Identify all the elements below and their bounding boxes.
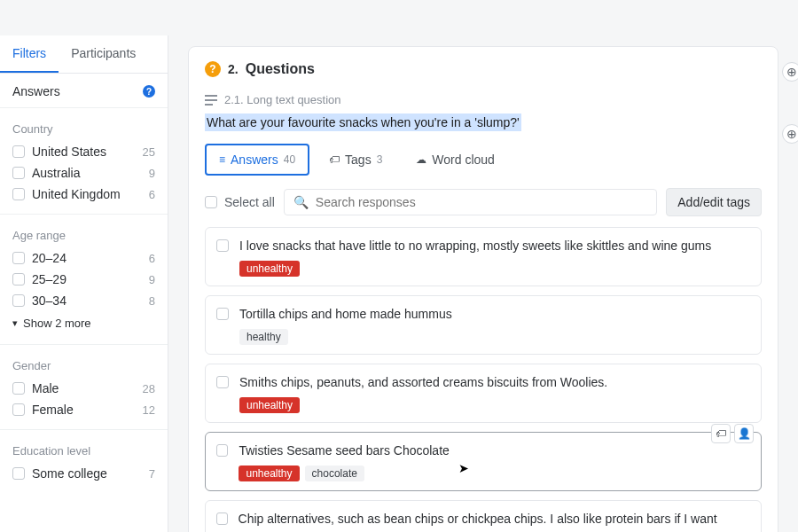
tag-chip[interactable]: unhealthy	[239, 261, 300, 277]
question-text[interactable]: What are your favourite snacks when you'…	[205, 113, 521, 131]
filter-count: 9	[149, 167, 155, 180]
subtab-label: Tags	[345, 153, 372, 167]
add-section-button[interactable]: ⊕	[782, 62, 798, 82]
tab-participants[interactable]: Participants	[59, 35, 148, 73]
subtab-count: 3	[377, 153, 383, 166]
checkbox-icon[interactable]	[12, 167, 25, 179]
checkbox-icon[interactable]	[216, 308, 229, 320]
filter-label: Australia	[32, 166, 80, 180]
checkbox-icon[interactable]	[12, 188, 25, 200]
question-icon: ?	[205, 61, 221, 77]
filter-group-education: Education level Some college 7	[0, 429, 168, 493]
checkbox-icon[interactable]	[216, 512, 228, 525]
filter-count: 25	[143, 145, 155, 159]
row-hover-controls: 🏷 👤	[711, 424, 754, 443]
subtab-tags[interactable]: 🏷 Tags 3	[315, 144, 396, 176]
checkbox-icon[interactable]	[12, 403, 25, 416]
chevron-down-icon: ▾	[12, 317, 18, 329]
filter-title-age: Age range	[0, 222, 168, 247]
filter-label: 25–29	[32, 272, 66, 286]
filter-item-gender-0[interactable]: Male 28	[0, 378, 168, 399]
filter-label: United Kingdom	[32, 187, 121, 201]
answers-heading: Answers	[12, 84, 60, 98]
person-icon: 👤	[738, 427, 751, 440]
filter-label: 20–24	[32, 251, 66, 265]
filter-count: 6	[149, 188, 155, 201]
response-row[interactable]: Chip alternatives, such as bean chips or…	[205, 500, 762, 532]
add-question-button[interactable]: ⊕	[782, 124, 798, 144]
checkbox-icon[interactable]	[216, 444, 228, 457]
response-row[interactable]: I love snacks that have little to no wra…	[205, 227, 762, 286]
checkbox-icon[interactable]	[12, 145, 25, 158]
search-responses[interactable]: 🔍	[284, 189, 657, 215]
main-panel: ⊕ ⊕ ? 2. Questions 2.1. Long text questi…	[168, 35, 798, 532]
checkbox-icon[interactable]	[12, 467, 25, 480]
sidebar-tabs: Filters Participants	[0, 35, 168, 74]
filter-item-country-2[interactable]: United Kingdom 6	[0, 184, 168, 205]
filter-item-country-0[interactable]: United States 25	[0, 141, 168, 162]
filter-label: 30–34	[32, 293, 66, 308]
subtab-answers[interactable]: ≡ Answers 40	[205, 144, 309, 176]
select-all-label: Select all	[224, 195, 275, 209]
subtab-wordcloud[interactable]: ☁ Word cloud	[402, 144, 509, 176]
filter-label: Male	[32, 381, 59, 395]
search-input[interactable]	[316, 195, 647, 209]
filter-item-age-0[interactable]: 20–24 6	[0, 247, 168, 269]
cloud-icon: ☁	[416, 153, 426, 166]
response-text: Chip alternatives, such as bean chips or…	[239, 510, 750, 532]
response-tags: healthy	[239, 329, 452, 345]
filter-title-gender: Gender	[0, 352, 168, 378]
tag-chip[interactable]: healthy	[239, 329, 288, 345]
subtab-label: Answers	[231, 153, 278, 167]
tag-chip[interactable]: unhealthy	[239, 397, 300, 413]
checkbox-icon[interactable]	[12, 294, 25, 307]
response-tags: unhealthy	[239, 261, 711, 277]
filter-item-gender-1[interactable]: Female 12	[0, 399, 168, 420]
show-more-age[interactable]: ▾ Show 2 more	[0, 311, 168, 335]
svg-rect-2	[205, 104, 213, 106]
section-title: Questions	[246, 61, 315, 77]
participant-action-button[interactable]: 👤	[734, 424, 754, 443]
help-icon[interactable]: ?	[143, 85, 155, 98]
search-icon: 🔍	[293, 195, 309, 209]
filter-title-education: Education level	[0, 437, 168, 463]
filter-item-country-1[interactable]: Australia 9	[0, 162, 168, 184]
response-row[interactable]: 🏷 👤 Twisties Sesame seed bars Chocolate …	[205, 432, 762, 491]
filter-item-age-2[interactable]: 30–34 8	[0, 290, 168, 311]
tag-chip[interactable]: unhealthy	[239, 466, 299, 481]
filter-item-age-1[interactable]: 25–29 9	[0, 269, 168, 290]
checkbox-icon[interactable]	[12, 382, 25, 395]
response-row[interactable]: Smiths chips, peanuts, and assorted crea…	[205, 364, 762, 423]
tab-filters[interactable]: Filters	[0, 35, 59, 73]
list-icon: ≡	[219, 153, 225, 166]
response-tags: unhealthy	[239, 397, 607, 413]
svg-rect-1	[205, 99, 217, 101]
filter-item-education-0[interactable]: Some college 7	[0, 463, 168, 484]
checkbox-icon[interactable]	[12, 273, 25, 286]
checkbox-icon[interactable]	[12, 252, 25, 264]
response-text: Twisties Sesame seed bars Chocolate	[239, 442, 750, 460]
checkbox-icon[interactable]	[205, 196, 217, 208]
section-number: 2.	[228, 62, 239, 76]
question-ref: 2.1. Long text question	[224, 93, 341, 106]
checkbox-icon[interactable]	[216, 239, 229, 252]
select-all-wrap[interactable]: Select all	[205, 195, 275, 209]
tag-chip[interactable]: chocolate	[305, 466, 364, 481]
paragraph-icon	[205, 95, 217, 106]
filter-count: 7	[149, 467, 155, 481]
filter-label: United States	[32, 145, 106, 159]
sidebar: Filters Participants Answers ? Country U…	[0, 35, 168, 532]
filter-label: Female	[32, 403, 74, 417]
tag-icon: 🏷	[716, 427, 726, 440]
tag-action-button[interactable]: 🏷	[711, 424, 731, 443]
subtab-count: 40	[284, 153, 295, 166]
filter-count: 12	[143, 403, 155, 417]
response-row[interactable]: Tortilla chips and home made hummus heal…	[205, 295, 762, 355]
checkbox-icon[interactable]	[216, 376, 229, 388]
filter-count: 9	[149, 273, 155, 286]
response-toolbar: Select all 🔍 Add/edit tags	[205, 188, 762, 216]
filter-group-age: Age range 20–24 6 25–29 9 30–34 8 ▾ Show…	[0, 214, 168, 344]
add-edit-tags-button[interactable]: Add/edit tags	[666, 188, 762, 216]
filter-label: Some college	[32, 466, 107, 481]
filter-title-country: Country	[0, 115, 168, 141]
